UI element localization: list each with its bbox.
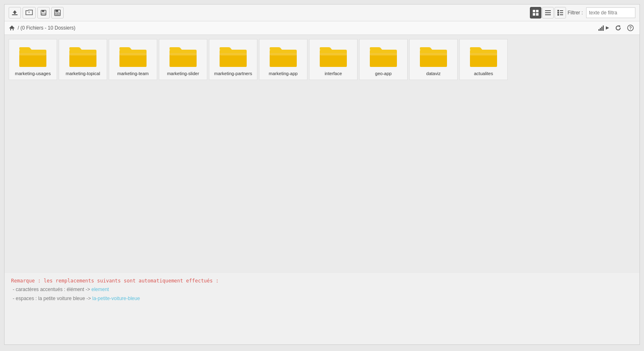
save2-button[interactable] <box>51 7 64 18</box>
svg-rect-19 <box>557 12 559 14</box>
save-button[interactable] <box>37 7 50 18</box>
bottom-note: Remarque : les remplacements suivants so… <box>5 273 639 308</box>
svg-rect-55 <box>370 53 397 55</box>
svg-rect-34 <box>19 53 46 55</box>
folder-name: marketing-slider <box>167 71 199 76</box>
upload-button[interactable] <box>9 7 21 18</box>
toolbar-center <box>530 7 566 18</box>
folder-name: marketing-team <box>117 71 149 76</box>
breadcrumb-left: / (0 Fichiers - 10 Dossiers) <box>9 25 76 31</box>
svg-rect-20 <box>560 12 563 13</box>
folder-icon <box>18 44 47 68</box>
breadcrumb-right: ? <box>597 24 635 32</box>
folder-icon <box>419 44 448 68</box>
svg-rect-15 <box>545 12 551 13</box>
folder-name: actualites <box>474 71 493 76</box>
svg-rect-40 <box>119 53 147 55</box>
help-button[interactable]: ? <box>626 24 635 32</box>
svg-rect-26 <box>601 27 603 31</box>
svg-text:?: ? <box>629 26 632 30</box>
folder-item[interactable]: marketing-team <box>109 39 157 80</box>
svg-rect-10 <box>533 10 535 12</box>
svg-rect-22 <box>560 14 563 15</box>
folder-icon <box>69 44 97 68</box>
view-list-button[interactable] <box>542 7 554 18</box>
note-item2-prefix: - espaces : la petite voiture bleue -> <box>13 296 92 301</box>
folder-name: marketing-app <box>269 71 298 76</box>
filter-input[interactable] <box>586 7 635 18</box>
svg-marker-28 <box>606 26 609 30</box>
svg-marker-23 <box>9 25 15 30</box>
svg-rect-5 <box>42 13 45 15</box>
folder-icon <box>319 44 348 68</box>
svg-rect-27 <box>603 25 604 31</box>
svg-rect-11 <box>536 10 539 12</box>
folder-item[interactable]: actualites <box>459 39 508 80</box>
svg-rect-14 <box>545 10 551 11</box>
folder-item[interactable]: marketing-topical <box>59 39 107 80</box>
svg-rect-49 <box>270 53 297 55</box>
note-item1-value: element <box>92 287 109 292</box>
svg-rect-13 <box>536 13 539 16</box>
svg-marker-1 <box>13 10 17 14</box>
note-item2-value: la-petite-voiture-bleue <box>92 296 140 301</box>
svg-rect-0 <box>12 14 18 15</box>
svg-rect-52 <box>320 53 347 55</box>
file-area: marketing-usages marketing-topical <box>5 35 639 273</box>
svg-rect-37 <box>69 53 96 55</box>
svg-rect-7 <box>55 10 58 12</box>
signal-button[interactable] <box>597 24 611 32</box>
note-item-1: - caractères accentués : élément -> elem… <box>13 285 633 294</box>
svg-rect-24 <box>598 29 600 31</box>
folder-name: marketing-usages <box>15 71 50 76</box>
home-button[interactable] <box>9 25 15 31</box>
svg-rect-9 <box>56 13 59 14</box>
svg-rect-18 <box>560 10 563 11</box>
folder-name: marketing-partners <box>214 71 252 76</box>
view-grid-button[interactable] <box>530 7 541 18</box>
folder-name: interface <box>325 71 342 76</box>
file-grid: marketing-usages marketing-topical <box>9 39 635 80</box>
svg-rect-12 <box>533 13 535 16</box>
folder-item[interactable]: marketing-slider <box>159 39 207 80</box>
svg-rect-21 <box>557 14 559 16</box>
folder-name: dataviz <box>426 71 441 76</box>
view-detail-button[interactable] <box>555 7 566 18</box>
toolbar-left: + <box>9 7 528 18</box>
folder-icon <box>469 44 498 68</box>
svg-marker-29 <box>619 25 621 27</box>
folder-icon <box>369 44 398 68</box>
note-item1-prefix: - caractères accentués : élément -> <box>13 287 92 292</box>
folder-icon <box>119 44 147 68</box>
folder-item[interactable]: marketing-partners <box>209 39 257 80</box>
refresh-button[interactable] <box>613 24 623 32</box>
svg-rect-4 <box>42 10 44 12</box>
filter-label: Filtrer : <box>568 10 583 16</box>
svg-rect-46 <box>220 53 247 55</box>
folder-icon <box>269 44 298 68</box>
svg-rect-61 <box>470 53 497 55</box>
breadcrumb-bar: / (0 Fichiers - 10 Dossiers) <box>5 21 639 35</box>
folder-icon <box>219 44 248 68</box>
folder-item[interactable]: dataviz <box>409 39 458 80</box>
svg-rect-17 <box>557 10 559 11</box>
note-item-2: - espaces : la petite voiture bleue -> l… <box>13 294 633 303</box>
folder-item[interactable]: geo-app <box>359 39 408 80</box>
toolbar: + <box>5 5 639 21</box>
breadcrumb-path: / (0 Fichiers - 10 Dossiers) <box>18 25 76 31</box>
folder-name: geo-app <box>375 71 392 76</box>
folder-item[interactable]: interface <box>309 39 358 80</box>
folder-name: marketing-topical <box>66 71 100 76</box>
svg-rect-16 <box>545 14 551 15</box>
new-folder-button[interactable]: + <box>23 7 36 18</box>
folder-item[interactable]: marketing-usages <box>9 39 57 80</box>
folder-item[interactable]: marketing-app <box>259 39 307 80</box>
svg-text:+: + <box>28 10 30 14</box>
svg-rect-58 <box>420 53 447 55</box>
toolbar-right: Filtrer : <box>568 7 635 18</box>
svg-rect-43 <box>170 53 197 55</box>
svg-rect-25 <box>600 28 601 31</box>
folder-icon <box>169 44 197 68</box>
note-title: Remarque : les remplacements suivants so… <box>11 278 633 284</box>
